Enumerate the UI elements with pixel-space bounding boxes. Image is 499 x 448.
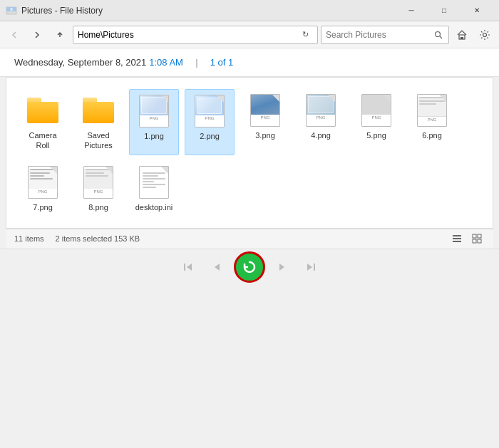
file-label: 7.png [33,202,53,212]
file-label: 4.png [311,130,331,140]
svg-point-2 [10,8,13,11]
maximize-button[interactable]: □ [428,0,461,21]
png-icon: PNG [248,93,282,127]
forward-button[interactable] [27,25,47,45]
png-icon: PNG [81,165,115,199]
file-label: 5.png [366,130,386,140]
svg-line-4 [440,36,442,38]
title-bar: Pictures - File History ─ □ ✕ [0,0,499,21]
search-input[interactable] [326,30,433,40]
file-label: CameraRoll [29,130,56,151]
svg-rect-6 [461,37,463,39]
list-item[interactable]: desktop.ini [129,161,179,217]
up-button[interactable] [50,25,70,45]
file-grid: CameraRoll SavedPictures [18,89,481,217]
png-icon: PNG [415,93,449,127]
nav-bar: ↻ [0,21,499,48]
settings-button[interactable] [475,25,495,45]
file-label: desktop.ini [135,202,173,212]
list-item[interactable]: CameraRoll [18,89,68,155]
svg-rect-9 [453,238,461,239]
file-label: 6.png [422,130,442,140]
window-title: Pictures - File History [21,6,395,16]
minimize-button[interactable]: ─ [395,0,428,21]
list-view-button[interactable] [449,231,465,246]
png-icon: PNG [304,93,338,127]
previous-button[interactable] [205,256,228,278]
date-text: Wednesday, September 8, 2021 [14,57,146,68]
png-icon: PNG [359,93,393,127]
date-bar: Wednesday, September 8, 2021 1:08 AM | 1… [0,48,499,77]
folder-icon [26,93,60,127]
png-icon: PNG [137,94,171,128]
file-label: 1.png [144,131,164,141]
status-info: 11 items 2 items selected 153 KB [14,234,140,243]
close-button[interactable]: ✕ [461,0,493,21]
search-box [321,26,449,44]
last-button[interactable] [299,256,322,278]
file-label: 3.png [255,130,275,140]
back-button[interactable] [4,25,24,45]
list-item[interactable]: SavedPictures [73,89,123,155]
file-label: SavedPictures [84,130,113,151]
png-icon: PNG [26,165,60,199]
address-bar: ↻ [73,26,318,44]
svg-rect-8 [453,235,461,236]
window-controls: ─ □ ✕ [395,0,493,21]
time-text: 1:08 AM [149,57,183,68]
separator: | [190,57,203,68]
detail-view-button[interactable] [469,231,485,246]
search-button[interactable] [433,28,444,42]
list-item[interactable]: PNG 7.png [18,161,68,217]
svg-rect-10 [453,241,461,242]
files-area: CameraRoll SavedPictures [6,78,493,228]
svg-rect-15 [184,264,185,271]
svg-rect-14 [478,239,481,243]
home-button[interactable] [452,25,472,45]
list-item[interactable]: PNG 4.png [296,89,346,155]
svg-point-3 [436,31,441,36]
restore-button[interactable] [234,251,265,283]
svg-rect-16 [314,264,315,271]
folder-icon [81,93,115,127]
address-input[interactable] [78,30,297,40]
refresh-button[interactable]: ↻ [297,27,313,43]
page-info: 1 of 1 [210,57,234,68]
svg-rect-12 [478,234,481,238]
app-icon [6,5,17,16]
list-item[interactable]: PNG 1.png [129,89,179,155]
item-count: 11 items [14,234,44,243]
svg-rect-13 [473,239,476,243]
list-item[interactable]: PNG 5.png [351,89,401,155]
bottom-bar [0,249,499,286]
list-item[interactable]: PNG 8.png [73,161,123,217]
selected-info: 2 items selected 153 KB [56,234,140,243]
list-item[interactable]: PNG 6.png [407,89,457,155]
list-item[interactable]: PNG 2.png [185,89,235,155]
ini-icon [137,165,171,199]
png-icon: PNG [192,94,227,128]
file-label: 8.png [88,202,108,212]
svg-rect-11 [473,234,476,238]
file-label: 2.png [200,131,220,141]
first-button[interactable] [177,256,200,278]
status-bar: 11 items 2 items selected 153 KB [6,229,493,249]
list-item[interactable]: PNG 3.png [240,89,290,155]
view-controls [449,231,485,246]
next-button[interactable] [271,256,294,278]
svg-point-7 [483,33,487,36]
